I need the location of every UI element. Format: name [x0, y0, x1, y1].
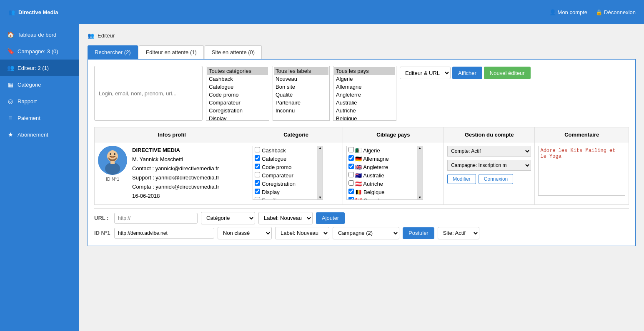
- postuler-button[interactable]: Postuler: [403, 227, 434, 239]
- option-allemagne: Allemagne: [334, 83, 395, 91]
- checkbox-coregistration[interactable]: [255, 180, 260, 186]
- labels-select[interactable]: Tous les labels Nouveau Bon site Qualité…: [273, 66, 329, 120]
- checkbox-belgique[interactable]: [348, 189, 354, 194]
- deconnexion-link[interactable]: 🔒 Déconnexion: [596, 9, 636, 15]
- sidebar-item-categorie[interactable]: ▦ Catégorie: [0, 76, 79, 93]
- col-ciblage-pays: Ciblage pays: [343, 127, 444, 142]
- option-belgique: Belgique: [334, 114, 395, 120]
- action-buttons: Modifier Connexion: [447, 174, 531, 184]
- campaign-inscription-select[interactable]: Campagne: Inscription m: [447, 160, 531, 171]
- country-angleterre: 🇬🇧 Angleterre: [347, 163, 417, 171]
- svg-point-6: [105, 162, 120, 175]
- sidebar-item-editeur[interactable]: 👥 Editeur: 2 (1): [0, 60, 79, 76]
- scroll-up[interactable]: ▲: [317, 146, 323, 150]
- sidebar-item-rapport[interactable]: ◎ Rapport: [0, 93, 79, 110]
- id-url-input[interactable]: [114, 228, 214, 239]
- option-nouveau: Nouveau: [274, 75, 328, 83]
- country-belgique: 🇧🇪 Belgique: [347, 188, 417, 196]
- filter-type-select[interactable]: Editeur & URL: [400, 67, 451, 79]
- compte-actif-select[interactable]: Compte: Actif: [447, 146, 531, 157]
- tab-content-inner: Toutes catégories Cashback Catalogue Cod…: [88, 60, 635, 246]
- checkbox-allemagne[interactable]: [348, 155, 354, 161]
- company-name: DIRECTIVE MEDIA: [132, 146, 219, 155]
- categories-scroll[interactable]: Cashback Catalogue Code promo: [253, 146, 317, 200]
- checkbox-autriche[interactable]: [348, 180, 354, 186]
- option-inconnu: Inconnu: [274, 107, 328, 114]
- checkbox-comparateur[interactable]: [255, 172, 260, 177]
- option-display: Display: [207, 114, 268, 120]
- url-input[interactable]: [114, 213, 198, 224]
- label-nouveau-select1[interactable]: Label: Nouveau: [258, 212, 313, 224]
- table-header-row: Infos profil Catégorie Ciblage pays Gest…: [95, 127, 629, 142]
- checkbox-catalogue[interactable]: [255, 155, 260, 161]
- profile-cell: ID N°1 DIRECTIVE MEDIA M. Yannick Mosche…: [95, 142, 249, 205]
- checkbox-canada[interactable]: [348, 197, 354, 200]
- countries-scroll[interactable]: 🇩🇿 Algerie 🇩🇪 Allemagne 🇬🇧 Angleterre: [346, 146, 417, 200]
- countries-scrollbar: ▲ ▼: [417, 146, 423, 200]
- tab-site-attente[interactable]: Site en attente (0): [205, 45, 262, 59]
- cat-emailing: Emailing: [253, 196, 317, 200]
- categories-cell: Cashback Catalogue Code promo: [249, 142, 343, 205]
- bottom-id-row: ID N°1 Non classé Label: Nouveau Campagn…: [94, 227, 629, 239]
- option-australie: Australie: [334, 99, 395, 107]
- checkbox-display[interactable]: [255, 189, 260, 194]
- tab-editeur-attente[interactable]: Editeur en attente (1): [139, 45, 204, 59]
- sidebar-item-tableau-de-bord[interactable]: 🏠 Tableau de bord: [0, 26, 79, 43]
- option-bon-site: Bon site: [274, 83, 328, 91]
- filter-dropdown-row: Editeur & URL Afficher Nouvel éditeur: [400, 67, 531, 79]
- checkbox-australie[interactable]: [348, 172, 354, 177]
- categories-filter: Toutes catégories Cashback Catalogue Cod…: [206, 66, 269, 121]
- account-mgmt: Compte: Actif Campagne: Inscription m Mo…: [447, 146, 531, 184]
- option-toutes-cat: Toutes catégories: [207, 67, 268, 75]
- search-input[interactable]: [94, 66, 203, 121]
- categories-select[interactable]: Toutes catégories Cashback Catalogue Cod…: [206, 66, 269, 120]
- ajouter-button[interactable]: Ajouter: [316, 212, 345, 224]
- col-categorie: Catégorie: [249, 127, 343, 142]
- list-icon: ≡: [7, 114, 14, 121]
- nouvel-editeur-button[interactable]: Nouvel éditeur: [484, 67, 531, 79]
- categorie-url-select[interactable]: Catégorie: [201, 212, 255, 224]
- label-nouveau-select2[interactable]: Label: Nouveau: [275, 227, 329, 239]
- cat-catalogue: Catalogue: [253, 154, 317, 163]
- site-actif-select[interactable]: Site: Actif: [438, 227, 479, 239]
- countries-select[interactable]: Tous les pays Algerie Allemagne Angleter…: [333, 66, 396, 120]
- campagne-select[interactable]: Campagne (2): [333, 227, 399, 239]
- non-classe-select[interactable]: Non classé: [218, 227, 272, 239]
- sidebar-item-abonnement[interactable]: ★ Abonnement: [0, 126, 79, 143]
- country-scroll-up[interactable]: ▲: [417, 146, 423, 150]
- col-commentaire: Commentaire: [535, 127, 629, 142]
- users-icon: 👥: [8, 9, 15, 15]
- modifier-button[interactable]: Modifier: [447, 174, 476, 184]
- cat-display: Display: [253, 188, 317, 196]
- profile-id: ID N°1: [106, 177, 120, 182]
- country-allemagne: 🇩🇪 Allemagne: [347, 154, 417, 163]
- tabs: Rechercher (2) Editeur en attente (1) Si…: [88, 45, 636, 60]
- table-row: ID N°1 DIRECTIVE MEDIA M. Yannick Mosche…: [95, 142, 629, 205]
- country-scroll-down[interactable]: ▼: [417, 196, 423, 199]
- comment-textarea[interactable]: Adore les Kits Mailing et le Yoga: [538, 146, 625, 196]
- checkbox-angleterre[interactable]: [348, 164, 354, 169]
- filter-actions: Editeur & URL Afficher Nouvel éditeur: [400, 66, 531, 121]
- option-qualite: Qualité: [274, 91, 328, 99]
- sidebar-item-paiement[interactable]: ≡ Paiement: [0, 110, 79, 126]
- option-code-promo: Code promo: [207, 91, 268, 99]
- mon-compte-link[interactable]: 👤 Mon compte: [549, 9, 588, 15]
- compta-email: Compta : yannick@directivemedia.fr: [132, 182, 219, 192]
- categories-scroll-wrapper: Cashback Catalogue Code promo: [253, 146, 339, 200]
- option-partenaire: Partenaire: [274, 99, 328, 107]
- checkbox-code-promo[interactable]: [255, 164, 260, 169]
- cat-cashback: Cashback: [253, 146, 317, 154]
- country-canada: 🇨🇦 Canada: [347, 196, 417, 200]
- scroll-down[interactable]: ▼: [317, 196, 323, 199]
- registration-date: 16-06-2018: [132, 192, 219, 201]
- comment-cell: Adore les Kits Mailing et le Yoga: [535, 142, 629, 205]
- svg-point-4: [110, 153, 111, 155]
- sidebar-item-campagne[interactable]: 🔖 Campagne: 3 (0): [0, 43, 79, 60]
- tab-rechercher[interactable]: Rechercher (2): [88, 45, 138, 59]
- checkbox-cashback[interactable]: [255, 147, 260, 152]
- avatar: [98, 146, 127, 175]
- checkbox-algerie[interactable]: [348, 147, 354, 152]
- connexion-button[interactable]: Connexion: [479, 174, 513, 184]
- checkbox-emailing[interactable]: [255, 197, 260, 200]
- afficher-button[interactable]: Afficher: [452, 67, 482, 79]
